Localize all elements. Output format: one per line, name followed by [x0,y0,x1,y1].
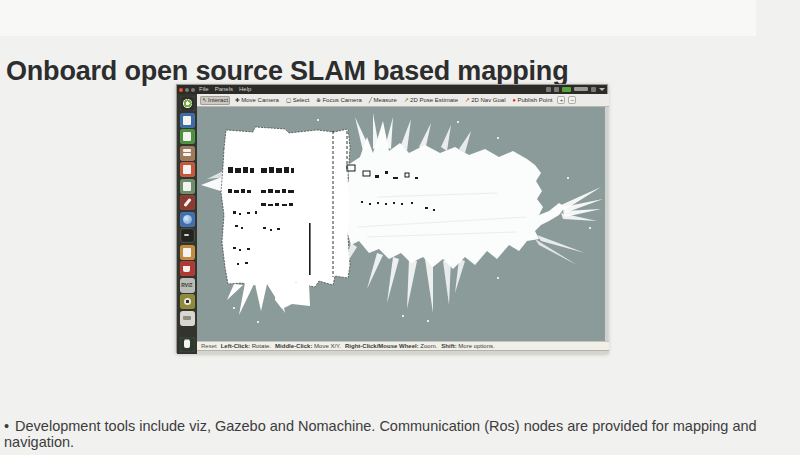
global-menubar: File Panels Help [177,85,607,94]
tool-publish-point[interactable]: ● Publish Point [511,96,555,105]
tool-measure[interactable]: ╱ Measure [367,96,399,105]
status-hint-3: Right-Click/Mouse Wheel: Zoom. [345,343,437,349]
launcher-dash-home-icon[interactable] [180,96,195,111]
minimize-window-icon[interactable] [185,88,189,92]
add-tool-button[interactable]: + [557,96,565,104]
page-title: Onboard open source SLAM based mapping [6,56,766,87]
status-hint-4: Shift: More options. [441,343,494,349]
close-window-icon[interactable] [179,88,183,92]
menu-file[interactable]: File [199,85,209,94]
menu-help[interactable]: Help [239,85,251,94]
pose-estimate-arrow-icon: ↗ [404,98,409,103]
bullet-line: •Development tools include viz, Gazebo a… [4,418,798,450]
launcher-web-browser-icon[interactable] [180,212,195,227]
clock-indicator[interactable] [574,87,588,91]
tool-label: 2D Pose Estimate [410,97,458,104]
tool-move-camera[interactable]: ✚ Move Camera [233,96,281,105]
network-icon[interactable] [554,87,559,92]
tool-focus-camera[interactable]: ⊕ Focus Camera [314,96,363,105]
slam-map [197,107,605,341]
tool-label: Focus Camera [322,97,361,104]
window-bottom-frame [197,350,609,354]
tool-label: 2D Nav Goal [471,97,505,104]
tool-label: Select [293,97,310,104]
measure-ruler-icon: ╱ [369,98,372,103]
maximize-window-icon[interactable] [191,88,195,92]
launcher-file-cabinet-icon[interactable] [180,146,195,161]
launcher-text-editor-icon[interactable] [180,245,195,260]
focus-camera-icon: ⊕ [316,98,321,103]
rviz-3d-canvas[interactable] [197,107,608,341]
launcher-screenshot-icon[interactable] [180,294,195,309]
launcher-system-tools-icon[interactable] [180,195,195,210]
publish-point-pin-icon: ● [513,98,516,103]
slide-top-sheen [0,0,756,36]
tool-2d-nav-goal[interactable]: ↗ 2D Nav Goal [463,96,507,105]
tool-label: Move Camera [241,97,279,104]
bullet-text: Development tools include viz, Gazebo an… [4,418,757,450]
system-tray [546,87,605,92]
session-menu-icon[interactable] [599,88,605,91]
keyboard-indicator-icon[interactable] [546,87,551,92]
tool-label: Measure [374,97,397,104]
tool-interact[interactable]: ↖ Interact [200,96,230,105]
launcher-media-app-icon[interactable] [180,261,195,276]
sound-icon[interactable] [591,87,596,92]
status-hint-2: Middle-Click: Move X/Y. [275,343,341,349]
interact-cursor-icon: ↖ [202,98,207,103]
rviz-statusbar: Reset Left-Click: Rotate. Middle-Click: … [197,341,609,350]
window-controls [179,88,195,92]
reset-button[interactable]: Reset [201,343,217,349]
launcher-trash-icon[interactable] [180,337,195,352]
tool-label: Interact [208,97,228,104]
rviz-toolbar: ↖ Interact ✚ Move Camera ▢ Select ⊕ Focu… [197,94,609,107]
unity-launcher: RVIZ [177,94,197,354]
move-camera-icon: ✚ [235,98,240,103]
desktop-screenshot: File Panels Help RVIZ ↖ [176,84,608,353]
battery-icon[interactable] [562,87,571,92]
launcher-impress-icon[interactable] [180,162,195,177]
bullet-marker: • [4,418,9,434]
select-box-icon: ▢ [286,98,291,103]
status-hint-1: Left-Click: Rotate. [221,343,271,349]
tool-2d-pose-estimate[interactable]: ↗ 2D Pose Estimate [402,96,460,105]
nav-goal-arrow-icon: ↗ [465,98,470,103]
launcher-rviz-icon[interactable]: RVIZ [180,278,195,293]
rviz-icon-label: RVIZ [180,282,195,288]
tool-select[interactable]: ▢ Select [284,96,311,105]
launcher-writer-icon[interactable] [180,113,195,128]
tool-label: Publish Point [517,97,552,104]
launcher-software-center-icon[interactable] [180,179,195,194]
remove-tool-button[interactable]: − [568,96,576,104]
menu-panels[interactable]: Panels [215,85,233,94]
launcher-calc-icon[interactable] [180,129,195,144]
launcher-terminal-icon[interactable] [180,228,195,243]
launcher-archive-icon[interactable] [180,311,195,326]
